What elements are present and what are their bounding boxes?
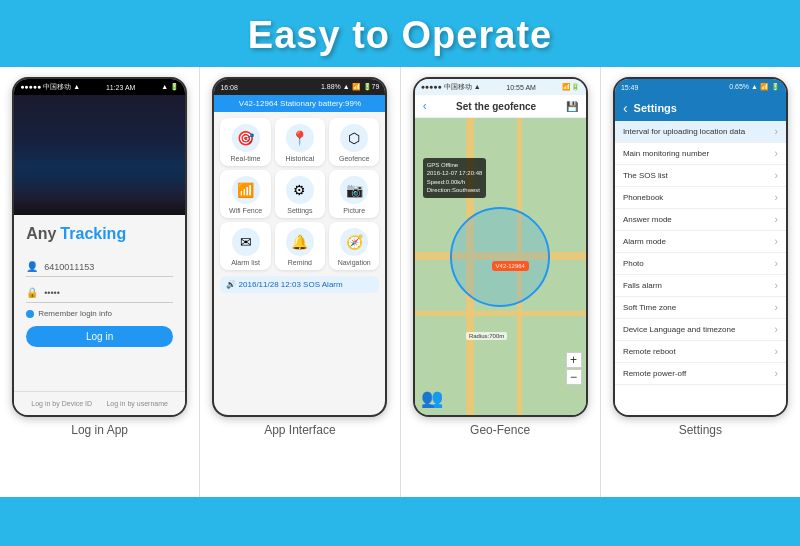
settings-label-answer: Answer mode [623,215,672,224]
settings-icon: ⚙ [286,176,314,204]
phone4-caption: Settings [679,423,722,437]
wifi-icon: 📶 [232,176,260,204]
settings-item-poweroff[interactable]: Remote power-off › [615,363,786,385]
settings-item-timezone[interactable]: Soft Time zone › [615,297,786,319]
header: Easy to Operate [0,0,800,67]
app-item-realtime[interactable]: 🎯 Real-time [220,118,270,166]
app-topbar: V42-12964 Stationary battery:99% [214,95,385,112]
username-value: 6410011153 [44,262,94,272]
settings-item-answer[interactable]: Answer mode › [615,209,786,231]
username-field[interactable]: 👤 6410011153 [26,257,173,277]
settings-item-alarm-mode[interactable]: Alarm mode › [615,231,786,253]
picture-label: Picture [343,207,365,214]
phones-row: ●●●●● 中国移动 ▲ 11:23 AM ▲ 🔋 AnyTracking 👤 … [0,67,800,497]
app-grid: 🎯 Real-time 📍 Historical ⬡ Geofence 📶 Wi… [214,112,385,276]
password-value: ••••• [44,288,60,298]
settings-label-poweroff: Remote power-off [623,369,686,378]
phone-screen-geo: ●●●●● 中国移动 ▲ 10:55 AM 📶🔋 ‹ Set the geofe… [413,77,588,417]
radius-label: Radius:700m [466,332,507,340]
device-marker: V42-12964 [492,261,529,271]
app-item-navigation[interactable]: 🧭 Navigation [329,222,379,270]
user-icon: 👤 [26,261,38,272]
alarm-notification: 🔊 2016/11/28 12:03 SOS Alarm [220,276,379,293]
zoom-in-button[interactable]: + [566,352,582,368]
alarm-list-label: Alarm list [231,259,260,266]
picture-icon: 📷 [340,176,368,204]
app-item-wifi[interactable]: 📶 Wifi Fence [220,170,270,218]
settings-item-upload-interval[interactable]: Interval for uploading location data › [615,121,786,143]
geo-carrier: ●●●●● 中国移动 ▲ [421,82,481,92]
settings-arrow-falls: › [775,280,778,291]
settings-screen: 15:49 0.65% ▲ 📶 🔋 ‹ Settings Interval fo… [615,79,786,415]
settings-time: 15:49 [621,84,639,91]
settings-list: Interval for uploading location data › M… [615,121,786,415]
settings-arrow-reboot: › [775,346,778,357]
phone3-caption: Geo-Fence [470,423,530,437]
gps-info: GPS Offline2016-12-07 17:20:48Speed:0.00… [423,158,487,198]
settings-status-icons: 0.65% ▲ 📶 🔋 [729,83,780,91]
historical-label: Historical [285,155,314,162]
zoom-out-button[interactable]: − [566,369,582,385]
settings-item-photo[interactable]: Photo › [615,253,786,275]
settings-label-alarm-mode: Alarm mode [623,237,666,246]
app-time: 16:08 [220,84,238,91]
settings-item-phonebook[interactable]: Phonebook › [615,187,786,209]
settings-arrow-poweroff: › [775,368,778,379]
settings-label-language: Device Language and timezone [623,325,736,334]
status-time: 11:23 AM [106,84,136,91]
phone-col-login: ●●●●● 中国移动 ▲ 11:23 AM ▲ 🔋 AnyTracking 👤 … [0,67,200,497]
lock-icon: 🔒 [26,287,38,298]
phone-col-geo: ●●●●● 中国移动 ▲ 10:55 AM 📶🔋 ‹ Set the geofe… [401,67,601,497]
navigation-icon: 🧭 [340,228,368,256]
settings-arrow-language: › [775,324,778,335]
settings-arrow-photo: › [775,258,778,269]
geo-screen: ●●●●● 中国移动 ▲ 10:55 AM 📶🔋 ‹ Set the geofe… [415,79,586,415]
remember-label: Remember login info [38,309,112,318]
remind-label: Remind [288,259,312,266]
realtime-icon: 🎯 [232,124,260,152]
location-people-icon: 👥 [421,387,443,409]
settings-arrow-phonebook: › [775,192,778,203]
back-icon[interactable]: ‹ [423,99,427,113]
navigation-label: Navigation [338,259,371,266]
app-item-settings[interactable]: ⚙ Settings [275,170,325,218]
settings-label: Settings [287,207,312,214]
settings-arrow-answer: › [775,214,778,225]
city-background [14,95,185,215]
login-device-label[interactable]: Log in by Device ID [31,400,92,407]
geofence-label: Geofence [339,155,369,162]
settings-arrow-alarm-mode: › [775,236,778,247]
login-top-image [14,95,185,215]
app-item-picture[interactable]: 📷 Picture [329,170,379,218]
settings-item-monitoring[interactable]: Main monitoring number › [615,143,786,165]
app-screen: 16:08 1.88% ▲ 📶 🔋79 V42-12964 Stationary… [214,79,385,415]
settings-item-falls[interactable]: Falls alarm › [615,275,786,297]
wifi-label: Wifi Fence [229,207,262,214]
phone-col-app: 16:08 1.88% ▲ 📶 🔋79 V42-12964 Stationary… [200,67,400,497]
remind-icon: 🔔 [286,228,314,256]
password-field[interactable]: 🔒 ••••• [26,283,173,303]
settings-item-sos[interactable]: The SOS list › [615,165,786,187]
settings-item-language[interactable]: Device Language and timezone › [615,319,786,341]
app-item-geofence[interactable]: ⬡ Geofence [329,118,379,166]
geo-save-icon[interactable]: 💾 [566,101,578,112]
login-screen: ●●●●● 中国移动 ▲ 11:23 AM ▲ 🔋 AnyTracking 👤 … [14,79,185,415]
geo-topbar: ‹ Set the geofence 💾 [415,95,586,118]
page-title: Easy to Operate [0,14,800,57]
settings-label-reboot: Remote reboot [623,347,676,356]
login-username-label[interactable]: Log in by username [106,400,167,407]
app-item-remind[interactable]: 🔔 Remind [275,222,325,270]
settings-item-reboot[interactable]: Remote reboot › [615,341,786,363]
remember-row: Remember login info [26,309,173,318]
settings-label-upload-interval: Interval for uploading location data [623,127,745,136]
login-button[interactable]: Log in [26,326,173,347]
zoom-controls: + − [566,352,582,385]
app-item-alarm[interactable]: ✉ Alarm list [220,222,270,270]
app-item-historical[interactable]: 📍 Historical [275,118,325,166]
geofence-icon: ⬡ [340,124,368,152]
settings-back-icon[interactable]: ‹ [623,100,628,116]
settings-label-photo: Photo [623,259,644,268]
status-bar-app: 16:08 1.88% ▲ 📶 🔋79 [214,79,385,95]
settings-arrow-timezone: › [775,302,778,313]
geofence-circle [450,207,550,307]
